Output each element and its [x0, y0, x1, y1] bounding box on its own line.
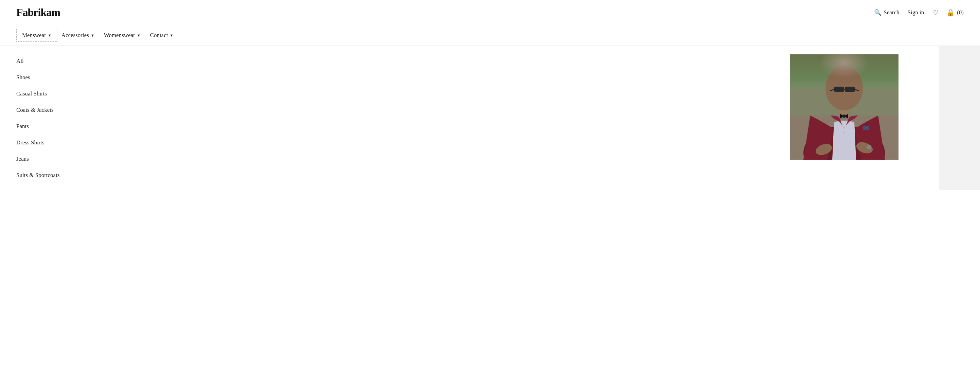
heart-icon: ♡ — [932, 8, 938, 17]
feature-image-background — [790, 54, 899, 159]
dropdown-item-dress-shirts[interactable]: Dress Shirts — [16, 134, 95, 151]
signin-label: Sign in — [908, 9, 924, 16]
dropdown-item-coats-jackets[interactable]: Coats & Jackets — [16, 102, 95, 118]
feature-image-area — [95, 46, 939, 190]
dropdown-item-shoes[interactable]: Shoes — [16, 69, 95, 86]
dropdown-item-suits-sportcoats[interactable]: Suits & Sportcoats — [16, 167, 95, 183]
cart-button[interactable]: 🔒 (0) — [947, 8, 964, 17]
cart-count: (0) — [957, 9, 964, 16]
nav-item-accessories[interactable]: Accessories ▼ — [62, 25, 104, 46]
site-logo[interactable]: Fabrikam — [16, 6, 60, 19]
feature-image-svg — [790, 54, 899, 159]
search-button[interactable]: 🔍 Search — [874, 9, 899, 16]
chevron-down-icon: ▼ — [91, 33, 94, 37]
main-nav: Menswear ▼ Accessories ▼ Womenswear ▼ Co… — [0, 25, 980, 46]
signin-button[interactable]: Sign in — [908, 9, 924, 16]
nav-item-menswear[interactable]: Menswear ▼ — [16, 29, 57, 42]
right-gray-panel — [939, 46, 980, 190]
svg-point-18 — [843, 131, 845, 134]
wishlist-button[interactable]: ♡ — [932, 8, 938, 17]
svg-point-4 — [803, 126, 885, 159]
svg-line-14 — [830, 89, 834, 91]
svg-point-17 — [843, 126, 845, 128]
chevron-down-icon: ▼ — [137, 33, 141, 37]
svg-point-16 — [843, 115, 846, 118]
dropdown-item-pants[interactable]: Pants — [16, 118, 95, 134]
nav-label-accessories: Accessories — [62, 32, 89, 39]
nav-item-womenswear[interactable]: Womenswear ▼ — [104, 25, 150, 46]
svg-point-10 — [826, 66, 863, 110]
chevron-down-icon: ▼ — [48, 33, 52, 37]
svg-rect-12 — [845, 87, 855, 92]
svg-rect-5 — [863, 126, 869, 130]
nav-label-menswear: Menswear — [22, 32, 46, 39]
search-label: Search — [884, 9, 899, 16]
svg-point-6 — [814, 142, 833, 157]
nav-label-contact: Contact — [150, 32, 168, 39]
svg-rect-8 — [867, 145, 871, 149]
header-actions: 🔍 Search Sign in ♡ 🔒 (0) — [874, 8, 964, 17]
svg-line-15 — [855, 89, 859, 91]
dropdown-item-all[interactable]: All — [16, 53, 95, 69]
nav-item-contact[interactable]: Contact ▼ — [150, 25, 183, 46]
search-icon: 🔍 — [874, 9, 881, 16]
svg-rect-0 — [790, 54, 899, 159]
dropdown-menu: All Shoes Casual Shirts Coats & Jackets … — [0, 46, 95, 190]
nav-label-womenswear: Womenswear — [104, 32, 135, 39]
svg-rect-2 — [790, 88, 899, 159]
svg-rect-9 — [839, 95, 849, 115]
svg-rect-11 — [834, 87, 844, 92]
dropdown-item-jeans[interactable]: Jeans — [16, 151, 95, 167]
svg-rect-1 — [790, 54, 899, 115]
svg-point-7 — [855, 140, 874, 155]
dropdown-item-casual-shirts[interactable]: Casual Shirts — [16, 86, 95, 102]
dropdown-area: All Shoes Casual Shirts Coats & Jackets … — [0, 46, 980, 190]
chevron-down-icon: ▼ — [170, 33, 173, 37]
feature-image — [790, 54, 899, 159]
cart-icon: 🔒 — [947, 8, 955, 17]
svg-rect-3 — [790, 81, 899, 115]
site-header: Fabrikam 🔍 Search Sign in ♡ 🔒 (0) — [0, 0, 980, 25]
